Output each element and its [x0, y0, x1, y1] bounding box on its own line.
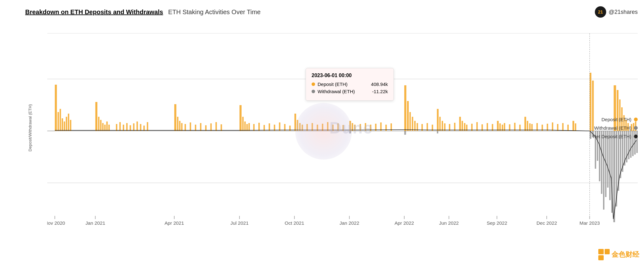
- svg-text:Sep 2022: Sep 2022: [487, 221, 507, 226]
- svg-rect-94: [454, 123, 455, 131]
- svg-rect-104: [497, 121, 498, 131]
- square-tl: [598, 249, 604, 254]
- title-sub: ETH Staking Activities Over Time: [168, 8, 261, 16]
- svg-rect-82: [409, 112, 411, 131]
- legend-item-withdrawal: Withdrawal (ETH): [578, 125, 638, 131]
- brand-name: @21shares: [609, 9, 638, 15]
- tooltip-withdrawal-label: Withdrawal (ETH): [312, 89, 355, 94]
- title-main: Breakdown on ETH Deposits and Withdrawal…: [25, 8, 163, 16]
- svg-text:Jul 2021: Jul 2021: [230, 221, 249, 226]
- svg-rect-46: [242, 117, 244, 131]
- svg-rect-111: [524, 117, 526, 131]
- svg-text:Jun 2022: Jun 2022: [439, 221, 459, 226]
- svg-rect-80: [404, 85, 406, 131]
- svg-rect-119: [557, 124, 558, 131]
- legend-label-withdrawal: Withdrawal (ETH): [594, 125, 631, 131]
- svg-text:Mar 2023: Mar 2023: [579, 221, 600, 226]
- svg-rect-38: [190, 122, 191, 131]
- svg-rect-44: [221, 124, 222, 131]
- svg-rect-40: [200, 123, 201, 131]
- svg-rect-15: [70, 120, 71, 131]
- svg-rect-50: [253, 124, 255, 131]
- svg-rect-120: [562, 123, 563, 131]
- svg-rect-138: [437, 131, 438, 133]
- svg-rect-24: [119, 122, 121, 131]
- tooltip-deposit-value: 408.94k: [371, 82, 388, 87]
- svg-rect-9: [58, 112, 59, 131]
- svg-rect-34: [177, 117, 178, 131]
- svg-rect-30: [140, 124, 141, 131]
- svg-text:Dec 2022: Dec 2022: [537, 221, 557, 226]
- svg-rect-58: [294, 114, 296, 131]
- svg-text:Oct 2021: Oct 2021: [285, 221, 304, 226]
- watermark-squares: [598, 249, 610, 260]
- svg-rect-147: [607, 131, 608, 188]
- legend-dot-net: [634, 134, 638, 138]
- svg-rect-102: [487, 123, 488, 131]
- svg-rect-96: [462, 121, 463, 131]
- svg-rect-53: [269, 123, 270, 131]
- svg-text:Apr 2022: Apr 2022: [394, 221, 414, 226]
- svg-rect-84: [414, 121, 416, 131]
- svg-rect-37: [185, 124, 186, 131]
- svg-rect-55: [279, 122, 280, 131]
- svg-rect-33: [174, 104, 176, 131]
- svg-rect-18: [100, 120, 101, 131]
- svg-rect-49: [248, 123, 250, 131]
- legend-item-deposit: Deposit (ETH): [578, 117, 638, 122]
- svg-rect-47: [244, 121, 245, 131]
- chart-container: Breakdown on ETH Deposits and Withdrawal…: [0, 0, 644, 265]
- svg-rect-51: [258, 123, 260, 131]
- svg-rect-36: [181, 123, 182, 131]
- svg-rect-90: [439, 117, 440, 131]
- svg-rect-25: [123, 125, 124, 131]
- svg-rect-97: [464, 123, 465, 131]
- svg-rect-11: [62, 118, 63, 131]
- svg-rect-19: [102, 123, 103, 131]
- svg-rect-21: [106, 121, 107, 131]
- svg-rect-17: [98, 117, 99, 131]
- svg-rect-91: [442, 121, 443, 131]
- svg-rect-39: [195, 125, 196, 131]
- svg-rect-45: [239, 105, 242, 131]
- header: Breakdown on ETH Deposits and Withdrawal…: [25, 6, 638, 18]
- square-bl: [598, 255, 604, 261]
- svg-rect-148: [609, 131, 611, 200]
- tooltip-deposit-label: Deposit (ETH): [312, 82, 348, 87]
- svg-rect-136: [349, 131, 351, 133]
- svg-text:Jan 2021: Jan 2021: [85, 221, 105, 226]
- svg-rect-14: [68, 114, 69, 131]
- svg-text:Jan 2022: Jan 2022: [339, 221, 359, 226]
- tooltip-deposit-row: Deposit (ETH) 408.94k: [312, 82, 388, 87]
- svg-rect-66: [327, 122, 328, 131]
- svg-rect-100: [476, 122, 478, 131]
- svg-rect-118: [552, 122, 553, 131]
- svg-rect-83: [412, 117, 413, 131]
- tooltip-deposit-icon: [312, 82, 315, 86]
- svg-rect-8: [55, 85, 57, 131]
- brand-badge: 21 @21shares: [595, 6, 638, 18]
- svg-rect-12: [64, 121, 65, 131]
- svg-text:Apr 2021: Apr 2021: [164, 221, 184, 226]
- svg-rect-20: [104, 125, 106, 131]
- watermark-text: 金色财经: [612, 250, 639, 259]
- square-tr: [605, 249, 610, 254]
- svg-rect-29: [136, 121, 138, 131]
- brand-icon: 21: [595, 6, 606, 18]
- svg-rect-109: [514, 123, 515, 131]
- svg-rect-122: [572, 121, 574, 131]
- svg-rect-28: [133, 123, 134, 131]
- chart-svg: 400k 200k 0 -200k: [47, 24, 638, 232]
- svg-rect-42: [210, 123, 212, 131]
- svg-rect-16: [95, 102, 98, 131]
- square-br: [605, 255, 610, 261]
- watermark-logo: 金色财经: [598, 249, 639, 260]
- svg-rect-43: [216, 122, 217, 131]
- svg-rect-22: [108, 125, 110, 131]
- svg-rect-81: [407, 101, 409, 131]
- svg-rect-123: [575, 123, 576, 131]
- svg-rect-26: [126, 123, 128, 131]
- svg-rect-23: [116, 124, 117, 131]
- svg-rect-89: [437, 109, 439, 131]
- svg-rect-35: [179, 121, 180, 131]
